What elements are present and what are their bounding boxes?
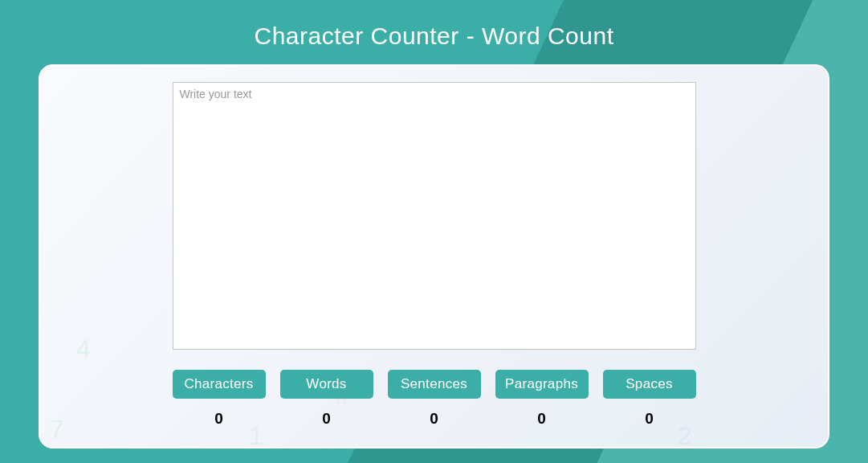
counter-paragraphs-label: Paragraphs (495, 370, 589, 399)
page-title: Character Counter - Word Count (0, 0, 868, 64)
counter-spaces-value: 0 (645, 410, 654, 428)
textarea-wrapper (173, 82, 696, 353)
main-container: Characters 0 Words 0 Sentences 0 Paragra… (39, 64, 829, 449)
counter-words-value: 0 (322, 410, 331, 428)
counters-row: Characters 0 Words 0 Sentences 0 Paragra… (173, 370, 696, 428)
counter-characters-value: 0 (214, 410, 223, 428)
counter-spaces-label: Spaces (603, 370, 696, 399)
counter-sentences-label: Sentences (388, 370, 481, 399)
counter-spaces: Spaces 0 (603, 370, 696, 428)
counter-characters: Characters 0 (173, 370, 266, 428)
counter-paragraphs: Paragraphs 0 (495, 370, 589, 428)
counter-words: Words 0 (280, 370, 373, 428)
counter-sentences-value: 0 (430, 410, 438, 428)
counter-words-label: Words (280, 370, 373, 399)
text-input[interactable] (173, 82, 696, 350)
counter-characters-label: Characters (173, 370, 266, 399)
counter-paragraphs-value: 0 (537, 410, 546, 428)
counter-sentences: Sentences 0 (388, 370, 481, 428)
